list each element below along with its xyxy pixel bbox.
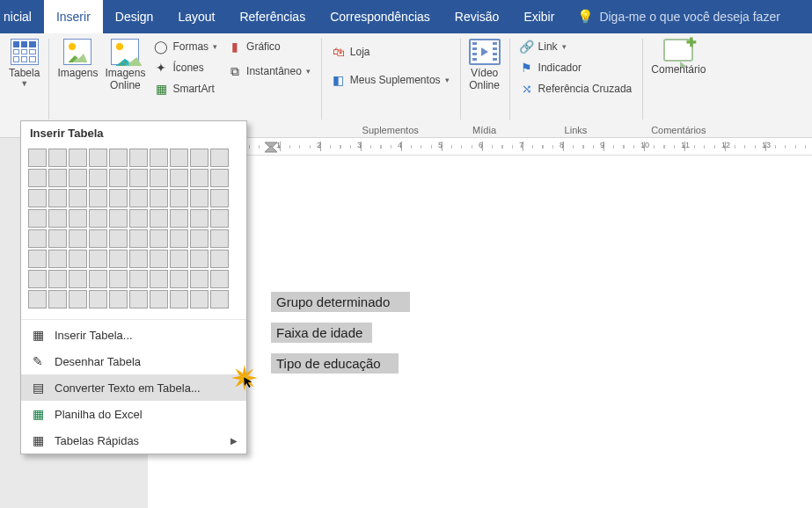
tab-design[interactable]: Design bbox=[103, 0, 166, 33]
grid-cell[interactable] bbox=[48, 250, 67, 268]
grid-cell[interactable] bbox=[150, 250, 168, 268]
menu-inserir-tabela[interactable]: ▦ Inserir Tabela... bbox=[21, 322, 246, 348]
grid-cell[interactable] bbox=[109, 189, 128, 207]
grid-cell[interactable] bbox=[109, 270, 128, 288]
grid-cell[interactable] bbox=[150, 189, 168, 207]
grid-cell[interactable] bbox=[190, 229, 208, 248]
grid-cell[interactable] bbox=[190, 149, 208, 167]
grafico-button[interactable]: ▮ Gráfico bbox=[224, 37, 314, 56]
document-page[interactable]: Grupo determinado Faixa de idade Tipo de… bbox=[148, 156, 812, 508]
grid-cell[interactable] bbox=[190, 209, 208, 228]
grid-cell[interactable] bbox=[48, 290, 67, 308]
grid-cell[interactable] bbox=[129, 229, 148, 248]
menu-planilha-excel[interactable]: ▦ Planilha do Excel bbox=[21, 401, 246, 427]
grid-cell[interactable] bbox=[109, 209, 128, 228]
grid-cell[interactable] bbox=[170, 149, 188, 167]
grid-cell[interactable] bbox=[210, 290, 229, 308]
grid-cell[interactable] bbox=[69, 290, 87, 308]
grid-cell[interactable] bbox=[170, 250, 188, 268]
grid-cell[interactable] bbox=[89, 169, 107, 187]
grid-cell[interactable] bbox=[89, 290, 107, 308]
grid-cell[interactable] bbox=[210, 209, 229, 228]
tab-correspondencias[interactable]: Correspondências bbox=[318, 0, 443, 33]
grid-cell[interactable] bbox=[69, 270, 87, 288]
smartart-button[interactable]: ▦ SmartArt bbox=[150, 79, 221, 98]
imagens-online-button[interactable]: Imagens Online bbox=[103, 37, 147, 98]
grid-cell[interactable] bbox=[48, 270, 67, 288]
grid-cell[interactable] bbox=[170, 169, 188, 187]
insert-table-grid[interactable] bbox=[21, 145, 246, 317]
grid-cell[interactable] bbox=[48, 149, 67, 167]
grid-cell[interactable] bbox=[129, 189, 148, 207]
grid-cell[interactable] bbox=[150, 270, 168, 288]
menu-desenhar-tabela[interactable]: ✎ Desenhar Tabela bbox=[21, 348, 246, 374]
grid-cell[interactable] bbox=[48, 209, 67, 228]
menu-tabelas-rapidas[interactable]: ▦ Tabelas Rápidas ▶ bbox=[21, 427, 246, 454]
grid-cell[interactable] bbox=[109, 250, 128, 268]
grid-cell[interactable] bbox=[109, 149, 128, 167]
indicador-button[interactable]: ⚑ Indicador bbox=[516, 58, 636, 77]
imagens-button[interactable]: Imagens bbox=[55, 37, 99, 98]
grid-cell[interactable] bbox=[69, 149, 87, 167]
grid-cell[interactable] bbox=[129, 149, 148, 167]
tab-revisao[interactable]: Revisão bbox=[443, 0, 512, 33]
grid-cell[interactable] bbox=[69, 250, 87, 268]
grid-cell[interactable] bbox=[150, 229, 168, 248]
grid-cell[interactable] bbox=[89, 270, 107, 288]
tab-inserir[interactable]: Inserir bbox=[44, 0, 103, 33]
grid-cell[interactable] bbox=[28, 250, 47, 268]
tell-me[interactable]: 💡 Diga-me o que você deseja fazer bbox=[577, 0, 779, 33]
grid-cell[interactable] bbox=[170, 209, 188, 228]
grid-cell[interactable] bbox=[28, 149, 47, 167]
grid-cell[interactable] bbox=[190, 250, 208, 268]
grid-cell[interactable] bbox=[129, 290, 148, 308]
loja-button[interactable]: 🛍 Loja bbox=[328, 42, 453, 62]
grid-cell[interactable] bbox=[170, 229, 188, 248]
selected-text-line[interactable]: Tipo de educação bbox=[271, 353, 399, 374]
grid-cell[interactable] bbox=[170, 270, 188, 288]
grid-cell[interactable] bbox=[190, 169, 208, 187]
grid-cell[interactable] bbox=[190, 290, 208, 308]
referencia-cruzada-button[interactable]: ⤭ Referência Cruzada bbox=[516, 79, 636, 98]
grid-cell[interactable] bbox=[28, 209, 47, 228]
grid-cell[interactable] bbox=[190, 270, 208, 288]
grid-cell[interactable] bbox=[190, 189, 208, 207]
grid-cell[interactable] bbox=[150, 290, 168, 308]
grid-cell[interactable] bbox=[129, 209, 148, 228]
video-online-button[interactable]: Vídeo Online bbox=[467, 37, 502, 93]
grid-cell[interactable] bbox=[28, 189, 47, 207]
grid-cell[interactable] bbox=[28, 290, 47, 308]
meus-suplementos-button[interactable]: ◧ Meus Suplementos ▾ bbox=[328, 70, 453, 90]
tab-layout[interactable]: Layout bbox=[165, 0, 227, 33]
menu-converter-texto-tabela[interactable]: ▤ Converter Texto em Tabela... bbox=[21, 374, 246, 401]
grid-cell[interactable] bbox=[210, 270, 229, 288]
grid-cell[interactable] bbox=[129, 250, 148, 268]
horizontal-ruler[interactable]: 12345678910111213 bbox=[148, 138, 812, 156]
tab-exibir[interactable]: Exibir bbox=[511, 0, 567, 33]
grid-cell[interactable] bbox=[210, 149, 229, 167]
grid-cell[interactable] bbox=[109, 229, 128, 248]
grid-cell[interactable] bbox=[150, 169, 168, 187]
grid-cell[interactable] bbox=[109, 169, 128, 187]
grid-cell[interactable] bbox=[69, 189, 87, 207]
grid-cell[interactable] bbox=[89, 149, 107, 167]
grid-cell[interactable] bbox=[210, 250, 229, 268]
grid-cell[interactable] bbox=[150, 149, 168, 167]
grid-cell[interactable] bbox=[210, 169, 229, 187]
grid-cell[interactable] bbox=[28, 169, 47, 187]
grid-cell[interactable] bbox=[170, 290, 188, 308]
grid-cell[interactable] bbox=[170, 189, 188, 207]
grid-cell[interactable] bbox=[48, 229, 67, 248]
link-button[interactable]: 🔗 Link ▾ bbox=[516, 37, 636, 56]
grid-cell[interactable] bbox=[89, 189, 107, 207]
grid-cell[interactable] bbox=[28, 229, 47, 248]
grid-cell[interactable] bbox=[69, 169, 87, 187]
grid-cell[interactable] bbox=[69, 229, 87, 248]
grid-cell[interactable] bbox=[89, 250, 107, 268]
grid-cell[interactable] bbox=[109, 290, 128, 308]
instantaneo-button[interactable]: ⧉ Instantâneo ▾ bbox=[224, 62, 314, 81]
grid-cell[interactable] bbox=[210, 189, 229, 207]
tabela-button[interactable]: Tabela ▼ bbox=[7, 37, 41, 90]
grid-cell[interactable] bbox=[129, 270, 148, 288]
comentario-button[interactable]: ✚ Comentário bbox=[649, 37, 707, 77]
